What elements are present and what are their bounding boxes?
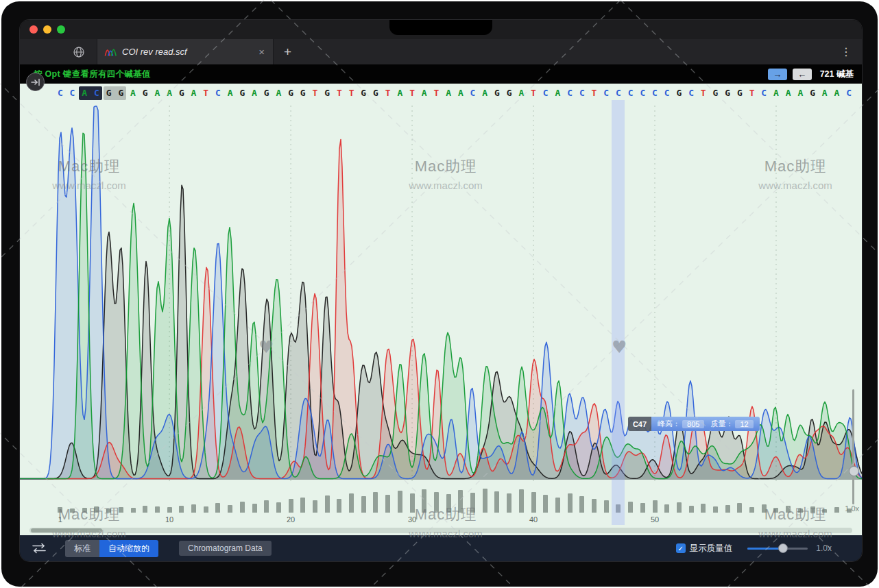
standard-scale-button[interactable]: 标准 [65, 540, 99, 557]
hint-text: 按 Opt 键查看所有四个碱基值 [34, 69, 151, 80]
close-window-button[interactable] [29, 25, 38, 34]
position-axis: 11020304050 [20, 515, 862, 525]
quality-bar [483, 489, 487, 513]
chromatogram-file-icon [104, 47, 117, 57]
base-letter: A [225, 87, 236, 99]
quality-bar [325, 495, 330, 513]
quality-bar [385, 495, 390, 513]
show-quality-checkbox[interactable]: ✓ [676, 543, 686, 553]
quality-bar [677, 502, 682, 513]
quality-bar [822, 509, 827, 513]
base-letter: G [298, 87, 309, 99]
base-letter: C [564, 87, 575, 99]
tooltip-base-chip: C47 [628, 417, 651, 431]
expand-right-icon [30, 77, 41, 88]
swap-direction-icon[interactable] [31, 543, 47, 554]
base-letter: A [443, 87, 454, 99]
base-letter: A [128, 87, 139, 99]
show-quality-label: 显示质量值 [690, 543, 733, 554]
base-letter: A [831, 87, 842, 99]
base-letter: G [322, 87, 333, 99]
base-letter: T [309, 87, 320, 99]
base-letter: C [662, 87, 673, 99]
axis-tick-label: 1 [50, 515, 71, 524]
chromatogram-view[interactable]: CCACGGAGAAGATCAGAGAGGTGTTGGTATATAACAGGAT… [20, 84, 862, 535]
quality-bar [773, 508, 778, 513]
quality-bar [604, 500, 609, 513]
prev-base-button[interactable]: ← [793, 69, 812, 80]
base-letter: G [734, 87, 745, 99]
base-letter: G [176, 87, 187, 99]
base-letter: T [431, 87, 442, 99]
quality-bar [276, 502, 281, 513]
base-letter: C [55, 87, 66, 99]
sidebar-toggle-button[interactable] [26, 73, 45, 91]
quality-bar [70, 509, 75, 513]
quality-bar [119, 507, 123, 513]
vertical-zoom-thumb[interactable] [849, 466, 859, 476]
quality-bar [737, 503, 742, 513]
chromatogram-data-button[interactable]: Chromatogram Data [179, 541, 272, 556]
quality-bar [264, 500, 269, 513]
base-letter: C [843, 87, 854, 99]
base-navigation: → ← 721 碱基 [768, 69, 854, 80]
zoom-window-button[interactable] [57, 25, 65, 34]
axis-tick-label: 40 [523, 515, 544, 524]
close-tab-icon[interactable]: × [257, 47, 266, 57]
base-letter: G [807, 87, 818, 99]
sequence-letters[interactable]: CCACGGAGAAGATCAGAGAGGTGTTGGTATATAACAGGAT… [20, 87, 862, 101]
horizontal-scrollbar[interactable] [29, 528, 852, 533]
base-letter: A [783, 87, 794, 99]
peak-height-label: 峰高： [658, 419, 680, 429]
app-window: COI rev read.scf × + ⋮ 按 Opt 键查看所有四个碱基值 … [20, 20, 862, 561]
tab-coi-rev-read[interactable]: COI rev read.scf × [97, 39, 274, 64]
quality-bar [762, 504, 767, 513]
camera-notch [389, 20, 492, 35]
quality-bar [106, 509, 111, 513]
zoom-level-label: 1.0x [816, 543, 832, 553]
vertical-zoom-slider[interactable] [852, 389, 854, 504]
quality-bar [458, 490, 463, 513]
base-letter: C [686, 87, 697, 99]
quality-bar [713, 506, 718, 513]
base-letter: T [747, 87, 758, 99]
globe-icon[interactable] [72, 45, 86, 59]
minimize-window-button[interactable] [43, 25, 51, 34]
quality-bar [494, 491, 499, 513]
base-tooltip: C47 峰高： 805 质量： 12 [628, 417, 760, 431]
quality-bar [337, 499, 341, 513]
quality-bar [228, 505, 232, 513]
vertical-zoom-label: 1.0x [845, 504, 859, 513]
base-letter: G [722, 87, 733, 99]
base-letter: T [383, 87, 394, 99]
quality-bar [470, 493, 475, 513]
zoom-slider[interactable] [747, 543, 808, 553]
base-letter: G [504, 87, 515, 99]
autoscale-button[interactable]: 自动缩放的 [99, 540, 158, 557]
base-letter: T [334, 87, 345, 99]
quality-bar [410, 493, 415, 513]
base-letter: A [419, 87, 430, 99]
zoom-slider-thumb[interactable] [778, 543, 788, 553]
horizontal-scrollbar-thumb[interactable] [31, 528, 102, 532]
left-arrow-icon: ← [797, 70, 806, 79]
quality-bar [749, 507, 754, 513]
base-letter: A [249, 87, 260, 99]
quality-bar [786, 506, 791, 513]
new-tab-button[interactable]: + [284, 45, 291, 58]
quality-bar [373, 492, 378, 513]
tab-bar: COI rev read.scf × + ⋮ [20, 39, 862, 64]
next-base-button[interactable]: → [768, 69, 787, 80]
quality-bar [240, 502, 245, 513]
base-letter: A [189, 87, 200, 99]
base-letter: T [346, 87, 357, 99]
quality-bar [543, 495, 548, 513]
quality-bar [58, 507, 62, 513]
base-letter: G [710, 87, 721, 99]
quality-bar [653, 500, 658, 513]
base-letter: C [540, 87, 551, 99]
base-letter: C [468, 87, 479, 99]
quality-bar [628, 502, 633, 513]
quality-bar [810, 506, 815, 513]
overflow-menu-button[interactable]: ⋮ [841, 45, 852, 58]
